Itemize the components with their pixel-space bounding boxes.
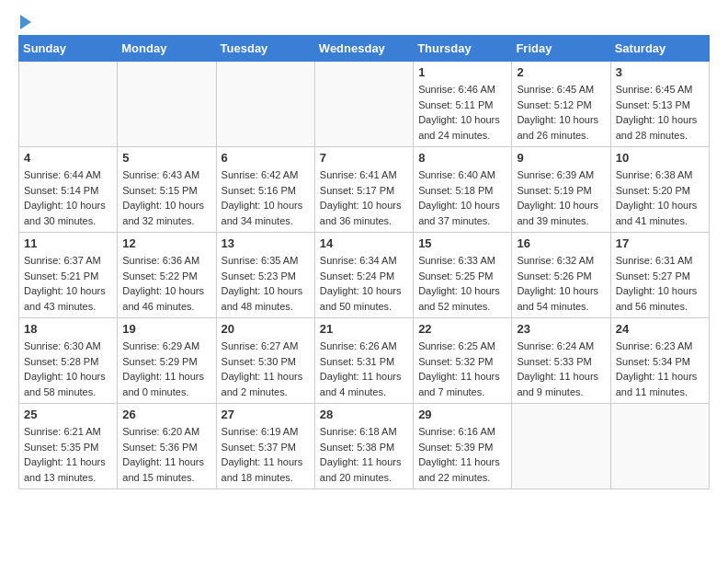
day-number: 22: [418, 322, 506, 336]
col-header-monday: Monday: [118, 36, 216, 62]
calendar-cell: 4Sunrise: 6:44 AMSunset: 5:14 PMDaylight…: [19, 147, 118, 233]
col-header-wednesday: Wednesday: [314, 36, 413, 62]
calendar-cell: 17Sunrise: 6:31 AMSunset: 5:27 PMDayligh…: [610, 233, 709, 318]
day-number: 24: [616, 322, 704, 336]
calendar-week-1: 1Sunrise: 6:46 AMSunset: 5:11 PMDaylight…: [19, 62, 710, 147]
calendar-cell: [118, 62, 216, 147]
calendar-cell: 28Sunrise: 6:18 AMSunset: 5:38 PMDayligh…: [314, 404, 413, 489]
cell-info: Sunrise: 6:43 AMSunset: 5:15 PMDaylight:…: [122, 167, 210, 228]
day-number: 19: [122, 322, 210, 336]
cell-info: Sunrise: 6:34 AMSunset: 5:24 PMDaylight:…: [320, 253, 408, 314]
calendar-cell: 26Sunrise: 6:20 AMSunset: 5:36 PMDayligh…: [118, 404, 216, 489]
cell-info: Sunrise: 6:44 AMSunset: 5:14 PMDaylight:…: [24, 167, 112, 228]
calendar-cell: 20Sunrise: 6:27 AMSunset: 5:30 PMDayligh…: [216, 318, 314, 404]
calendar-cell: 14Sunrise: 6:34 AMSunset: 5:24 PMDayligh…: [314, 233, 413, 318]
calendar-cell: 10Sunrise: 6:38 AMSunset: 5:20 PMDayligh…: [610, 147, 709, 233]
calendar-cell: 21Sunrise: 6:26 AMSunset: 5:31 PMDayligh…: [314, 318, 413, 404]
day-number: 8: [418, 151, 506, 165]
cell-info: Sunrise: 6:38 AMSunset: 5:20 PMDaylight:…: [616, 167, 704, 228]
cell-info: Sunrise: 6:33 AMSunset: 5:25 PMDaylight:…: [418, 253, 506, 314]
cell-info: Sunrise: 6:20 AMSunset: 5:36 PMDaylight:…: [122, 424, 210, 485]
cell-info: Sunrise: 6:18 AMSunset: 5:38 PMDaylight:…: [320, 424, 408, 485]
cell-info: Sunrise: 6:23 AMSunset: 5:34 PMDaylight:…: [616, 339, 704, 399]
calendar-cell: 23Sunrise: 6:24 AMSunset: 5:33 PMDayligh…: [512, 318, 610, 404]
calendar-cell: 8Sunrise: 6:40 AMSunset: 5:18 PMDaylight…: [414, 147, 512, 233]
calendar-header-row: SundayMondayTuesdayWednesdayThursdayFrid…: [19, 36, 710, 62]
day-number: 25: [24, 408, 112, 421]
logo: [18, 15, 33, 26]
calendar-cell: 6Sunrise: 6:42 AMSunset: 5:16 PMDaylight…: [216, 147, 314, 233]
calendar-cell: 11Sunrise: 6:37 AMSunset: 5:21 PMDayligh…: [19, 233, 118, 318]
logo-arrow-icon: [20, 15, 31, 29]
col-header-friday: Friday: [512, 36, 610, 62]
cell-info: Sunrise: 6:45 AMSunset: 5:13 PMDaylight:…: [616, 82, 704, 143]
page-header: [18, 15, 710, 26]
cell-info: Sunrise: 6:24 AMSunset: 5:33 PMDaylight:…: [517, 339, 605, 399]
cell-info: Sunrise: 6:16 AMSunset: 5:39 PMDaylight:…: [418, 424, 506, 485]
calendar-cell: 13Sunrise: 6:35 AMSunset: 5:23 PMDayligh…: [216, 233, 314, 318]
cell-info: Sunrise: 6:27 AMSunset: 5:30 PMDaylight:…: [222, 339, 310, 399]
day-number: 29: [418, 408, 506, 421]
cell-info: Sunrise: 6:26 AMSunset: 5:31 PMDaylight:…: [320, 339, 408, 399]
calendar-cell: [314, 62, 413, 147]
cell-info: Sunrise: 6:30 AMSunset: 5:28 PMDaylight:…: [24, 339, 112, 399]
day-number: 27: [222, 408, 310, 421]
calendar-cell: [19, 62, 118, 147]
calendar-cell: 16Sunrise: 6:32 AMSunset: 5:26 PMDayligh…: [512, 233, 610, 318]
day-number: 9: [517, 151, 605, 165]
calendar-cell: 15Sunrise: 6:33 AMSunset: 5:25 PMDayligh…: [414, 233, 512, 318]
cell-info: Sunrise: 6:46 AMSunset: 5:11 PMDaylight:…: [418, 82, 506, 143]
cell-info: Sunrise: 6:42 AMSunset: 5:16 PMDaylight:…: [222, 167, 310, 228]
day-number: 23: [517, 322, 605, 336]
day-number: 1: [418, 65, 506, 79]
calendar-cell: 29Sunrise: 6:16 AMSunset: 5:39 PMDayligh…: [414, 404, 512, 489]
day-number: 28: [320, 408, 408, 421]
cell-info: Sunrise: 6:21 AMSunset: 5:35 PMDaylight:…: [24, 424, 112, 485]
day-number: 13: [222, 236, 310, 250]
col-header-tuesday: Tuesday: [216, 36, 314, 62]
day-number: 17: [616, 236, 704, 250]
calendar-week-3: 11Sunrise: 6:37 AMSunset: 5:21 PMDayligh…: [19, 233, 710, 318]
day-number: 16: [517, 236, 605, 250]
col-header-saturday: Saturday: [610, 36, 709, 62]
day-number: 4: [24, 151, 112, 165]
cell-info: Sunrise: 6:25 AMSunset: 5:32 PMDaylight:…: [418, 339, 506, 399]
day-number: 26: [122, 408, 210, 421]
day-number: 11: [24, 236, 112, 250]
calendar-week-4: 18Sunrise: 6:30 AMSunset: 5:28 PMDayligh…: [19, 318, 710, 404]
cell-info: Sunrise: 6:45 AMSunset: 5:12 PMDaylight:…: [517, 82, 605, 143]
cell-info: Sunrise: 6:31 AMSunset: 5:27 PMDaylight:…: [616, 253, 704, 314]
calendar-week-5: 25Sunrise: 6:21 AMSunset: 5:35 PMDayligh…: [19, 404, 710, 489]
calendar-cell: [610, 404, 709, 489]
calendar-cell: 24Sunrise: 6:23 AMSunset: 5:34 PMDayligh…: [610, 318, 709, 404]
calendar-cell: 25Sunrise: 6:21 AMSunset: 5:35 PMDayligh…: [19, 404, 118, 489]
calendar-cell: 1Sunrise: 6:46 AMSunset: 5:11 PMDaylight…: [414, 62, 512, 147]
day-number: 18: [24, 322, 112, 336]
calendar-cell: 2Sunrise: 6:45 AMSunset: 5:12 PMDaylight…: [512, 62, 610, 147]
cell-info: Sunrise: 6:39 AMSunset: 5:19 PMDaylight:…: [517, 167, 605, 228]
day-number: 12: [122, 236, 210, 250]
day-number: 10: [616, 151, 704, 165]
col-header-thursday: Thursday: [414, 36, 512, 62]
day-number: 5: [122, 151, 210, 165]
calendar-cell: [512, 404, 610, 489]
calendar-cell: 27Sunrise: 6:19 AMSunset: 5:37 PMDayligh…: [216, 404, 314, 489]
cell-info: Sunrise: 6:40 AMSunset: 5:18 PMDaylight:…: [418, 167, 506, 228]
day-number: 2: [517, 65, 605, 79]
calendar-week-2: 4Sunrise: 6:44 AMSunset: 5:14 PMDaylight…: [19, 147, 710, 233]
cell-info: Sunrise: 6:41 AMSunset: 5:17 PMDaylight:…: [320, 167, 408, 228]
day-number: 14: [320, 236, 408, 250]
day-number: 3: [616, 65, 704, 79]
cell-info: Sunrise: 6:32 AMSunset: 5:26 PMDaylight:…: [517, 253, 605, 314]
cell-info: Sunrise: 6:37 AMSunset: 5:21 PMDaylight:…: [24, 253, 112, 314]
calendar-cell: 18Sunrise: 6:30 AMSunset: 5:28 PMDayligh…: [19, 318, 118, 404]
calendar-cell: 5Sunrise: 6:43 AMSunset: 5:15 PMDaylight…: [118, 147, 216, 233]
cell-info: Sunrise: 6:36 AMSunset: 5:22 PMDaylight:…: [122, 253, 210, 314]
col-header-sunday: Sunday: [19, 36, 118, 62]
calendar-table: SundayMondayTuesdayWednesdayThursdayFrid…: [18, 35, 710, 489]
cell-info: Sunrise: 6:19 AMSunset: 5:37 PMDaylight:…: [222, 424, 310, 485]
calendar-cell: 3Sunrise: 6:45 AMSunset: 5:13 PMDaylight…: [610, 62, 709, 147]
calendar-cell: 7Sunrise: 6:41 AMSunset: 5:17 PMDaylight…: [314, 147, 413, 233]
day-number: 20: [222, 322, 310, 336]
calendar-cell: [216, 62, 314, 147]
